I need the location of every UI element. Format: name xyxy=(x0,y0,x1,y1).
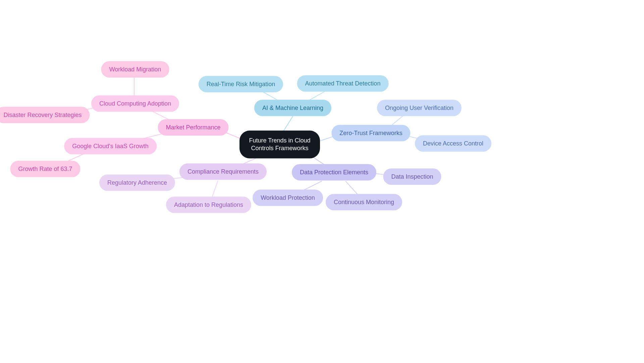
node-regulatory-adherence[interactable]: Regulatory Adherence xyxy=(99,175,175,191)
node-google-iaas[interactable]: Google Cloud's IaaS Growth xyxy=(64,138,157,155)
edge-layer xyxy=(0,0,644,363)
node-automated-threat[interactable]: Automated Threat Detection xyxy=(297,75,389,92)
node-market-performance[interactable]: Market Performance xyxy=(158,119,228,136)
node-data-inspection[interactable]: Data Inspection xyxy=(383,169,441,185)
node-realtime-risk[interactable]: Real-Time Risk Mitigation xyxy=(199,76,283,93)
node-growth-rate[interactable]: Growth Rate of 63.7 xyxy=(10,161,80,177)
node-cloud-adoption[interactable]: Cloud Computing Adoption xyxy=(91,96,179,112)
node-data-protection[interactable]: Data Protection Elements xyxy=(292,164,376,181)
node-continuous-monitoring[interactable]: Continuous Monitoring xyxy=(326,194,402,210)
node-workload-protection[interactable]: Workload Protection xyxy=(253,190,323,206)
node-adaptation-regulations[interactable]: Adaptation to Regulations xyxy=(166,197,251,213)
node-zero-trust[interactable]: Zero-Trust Frameworks xyxy=(331,125,410,141)
node-device-access[interactable]: Device Access Control xyxy=(415,135,491,152)
node-user-verification[interactable]: Ongoing User Verification xyxy=(377,100,462,116)
node-compliance[interactable]: Compliance Requirements xyxy=(179,164,267,180)
node-workload-migration[interactable]: Workload Migration xyxy=(101,61,169,78)
node-ai-ml[interactable]: AI & Machine Learning xyxy=(254,100,331,116)
root-node[interactable]: Future Trends in Cloud Controls Framewor… xyxy=(239,131,320,159)
node-disaster-recovery[interactable]: Disaster Recovery Strategies xyxy=(0,107,90,123)
